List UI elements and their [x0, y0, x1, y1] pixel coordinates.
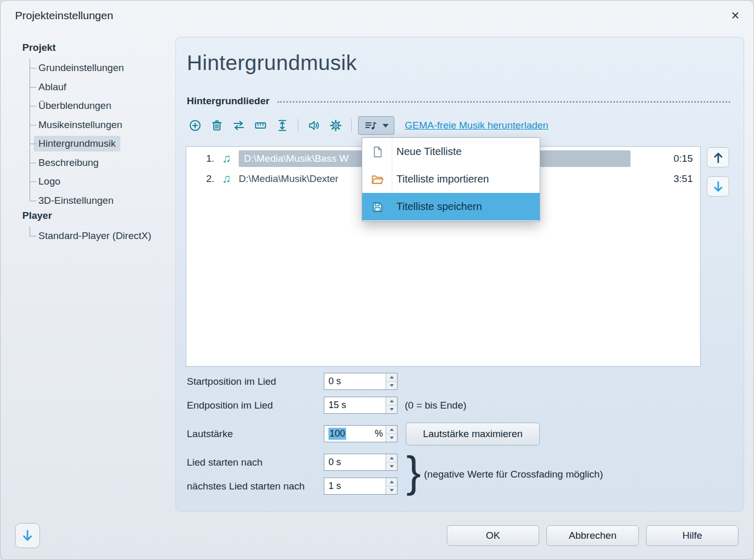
sidebar-group-player: Player	[22, 210, 52, 221]
sidebar-item-ueberblendungen[interactable]: Überblendungen	[30, 96, 166, 116]
form-row-naechstes-lied: nächstes Lied starten nach 1 s	[187, 478, 706, 495]
spin-up-icon[interactable]	[386, 373, 397, 381]
toolbar-separator	[298, 119, 298, 132]
sidebar-group-projekt: Projekt	[22, 42, 56, 53]
fit-height-button[interactable]	[273, 116, 292, 135]
row-index: 1.	[202, 153, 214, 164]
new-file-icon	[362, 145, 392, 159]
gema-music-link[interactable]: GEMA-freie Musik herunterladen	[405, 120, 549, 131]
sidebar-item-ablauf[interactable]: Ablauf	[30, 78, 166, 97]
section-header: Hintergrundlieder	[187, 95, 730, 107]
save-icon	[362, 200, 392, 214]
spin-up-icon[interactable]	[386, 397, 397, 405]
naechstes-lied-spinner[interactable]: 1 s	[324, 478, 397, 495]
keyboard-button[interactable]	[251, 116, 270, 135]
spinner-arrows[interactable]	[386, 478, 397, 494]
lied-starten-spinner[interactable]: 0 s	[324, 454, 397, 471]
titellist-dropdown-button[interactable]	[358, 116, 394, 135]
menu-item-titelliste-speichern[interactable]: Titelliste speichern	[362, 193, 540, 220]
sidebar-tree-player: Standard-Player (DirectX)	[30, 227, 166, 246]
close-icon[interactable]: ×	[726, 7, 744, 24]
song-duration: 3:51	[664, 173, 693, 185]
music-note-icon: ♫	[222, 151, 236, 165]
cancel-button[interactable]: Abbrechen	[546, 525, 639, 546]
sidebar-item-musikeinstellungen[interactable]: Musikeinstellungen	[30, 116, 166, 135]
move-up-button[interactable]	[707, 147, 729, 167]
crossfade-note: (negative Werte für Crossfading möglich)	[424, 469, 603, 480]
song-duration: 0:15	[664, 153, 693, 164]
lautstaerke-spinner[interactable]: 100 %	[324, 425, 397, 442]
spinner-arrows[interactable]	[386, 426, 397, 442]
form-row-lautstaerke: Lautstärke 100 % Lautstärke maximieren	[187, 425, 706, 443]
spin-down-icon[interactable]	[386, 405, 397, 413]
dotted-divider	[278, 101, 730, 103]
sidebar-item-grundeinstellungen[interactable]: Grundeinstellungen	[30, 59, 166, 78]
sidebar-item-standard-player[interactable]: Standard-Player (DirectX)	[30, 227, 166, 246]
menu-item-label: Neue Titelliste	[396, 146, 462, 158]
spinner-arrows[interactable]	[386, 454, 397, 470]
swap-icon	[231, 119, 246, 132]
menu-item-titelliste-importieren[interactable]: Titelliste importieren	[362, 165, 540, 193]
spin-down-icon[interactable]	[386, 462, 397, 470]
lautstaerke-label: Lautstärke	[187, 428, 233, 440]
lied-starten-label: Lied starten nach	[187, 457, 263, 468]
spinner-arrows[interactable]	[386, 373, 397, 389]
spin-down-icon[interactable]	[386, 433, 397, 442]
delete-button[interactable]	[208, 116, 226, 135]
titellist-icon	[364, 119, 378, 132]
startposition-spinner[interactable]: 0 s	[324, 373, 397, 390]
spin-up-icon[interactable]	[386, 454, 397, 462]
crossfade-brace: }	[406, 450, 421, 494]
spin-up-icon[interactable]	[386, 426, 397, 433]
fit-height-icon	[276, 119, 289, 132]
endposition-label: Endposition im Lied	[187, 400, 273, 411]
endposition-spinner[interactable]: 15 s	[324, 397, 397, 414]
music-note-icon: ♫	[222, 172, 236, 186]
help-button[interactable]: Hilfe	[646, 525, 738, 546]
volume-button[interactable]	[305, 116, 323, 135]
arrow-up-icon	[713, 151, 723, 164]
settings-icon	[329, 119, 342, 132]
arrow-down-icon	[713, 180, 723, 193]
sidebar-tree-projekt: Grundeinstellungen Ablauf Überblendungen…	[30, 59, 166, 210]
settings-panel: Hintergrundmusik Hintergrundlieder	[175, 37, 744, 512]
toolbar-separator	[351, 119, 352, 132]
dropdown-caret-icon	[382, 124, 389, 128]
settings-button[interactable]	[326, 116, 345, 135]
delete-icon	[210, 119, 224, 132]
menu-item-label: Titelliste speichern	[396, 201, 482, 213]
swap-button[interactable]	[229, 116, 248, 135]
sidebar-item-hintergrundmusik[interactable]: Hintergrundmusik	[30, 134, 166, 153]
spinner-value: 0 s	[324, 454, 386, 470]
nav-down-button[interactable]	[15, 523, 40, 548]
sidebar-item-3d-einstellungen[interactable]: 3D-Einstellungen	[30, 191, 166, 211]
row-index: 2.	[202, 173, 214, 185]
naechstes-lied-label: nächstes Lied starten nach	[187, 481, 305, 492]
menu-item-label: Titelliste importieren	[396, 173, 489, 185]
spinner-value: 15 s	[324, 397, 386, 413]
volume-icon	[307, 119, 321, 132]
move-down-button[interactable]	[707, 176, 729, 197]
spin-down-icon[interactable]	[386, 381, 397, 389]
spinner-value: 0 s	[324, 373, 386, 389]
section-label: Hintergrundlieder	[187, 95, 269, 107]
add-button[interactable]	[186, 116, 204, 135]
form-row-endposition: Endposition im Lied 15 s (0 = bis Ende)	[187, 397, 706, 414]
spinner-arrows[interactable]	[386, 397, 397, 413]
import-icon	[362, 173, 392, 186]
spin-up-icon[interactable]	[386, 478, 397, 486]
spin-down-icon[interactable]	[386, 486, 397, 494]
keyboard-icon	[254, 119, 267, 132]
window-title: Projekteinstellungen	[15, 9, 113, 22]
spinner-value: 1 s	[324, 478, 386, 494]
menu-item-neue-titelliste[interactable]: Neue Titelliste	[362, 138, 540, 165]
ok-button[interactable]: OK	[447, 525, 539, 546]
arrow-down-icon	[22, 529, 33, 542]
maximize-volume-button[interactable]: Lautstärke maximieren	[406, 423, 540, 445]
sidebar-item-beschreibung[interactable]: Beschreibung	[30, 153, 166, 173]
startposition-label: Startposition im Lied	[187, 376, 276, 387]
sidebar-item-logo[interactable]: Logo	[30, 172, 166, 191]
playlist-toolbar: GEMA-freie Musik herunterladen	[186, 115, 549, 136]
selected-value: 100	[328, 428, 346, 440]
unit-label: %	[375, 428, 386, 439]
